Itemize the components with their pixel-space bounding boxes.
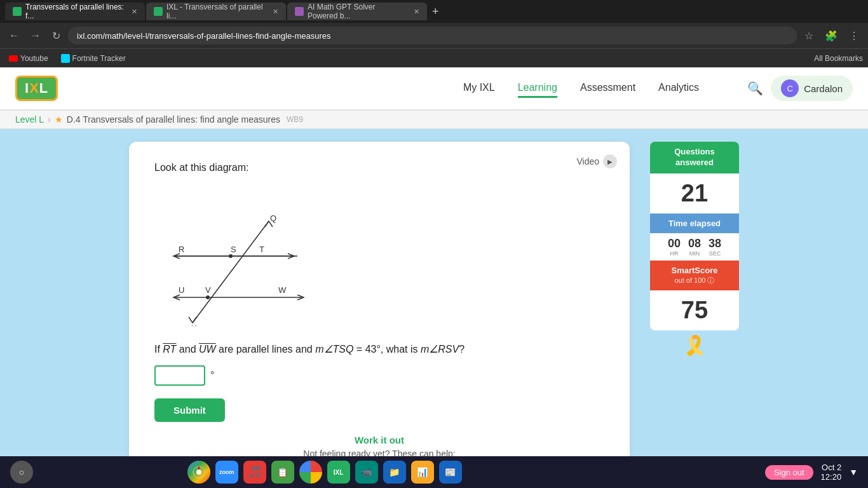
angle-rsv: m∠RSV — [421, 344, 459, 355]
bookmarks-bar: Youtube Fortnite Tracker All Bookmarks — [0, 48, 868, 67]
questions-answered-header: Questions answered — [650, 142, 739, 173]
tab-1[interactable]: Transversals of parallel lines: f... ✕ — [5, 3, 145, 20]
fortnite-favicon — [61, 54, 70, 63]
time-minutes: 08 MIN — [686, 237, 703, 257]
taskbar-ixl-icon[interactable]: IXL — [327, 461, 350, 484]
tab-1-label: Transversals of parallel lines: f... — [25, 3, 125, 20]
diagram-container: R S T U V W — [154, 186, 604, 329]
uw-line: UW — [199, 344, 216, 355]
youtube-favicon — [9, 55, 18, 62]
fortnite-label: Fortnite Tracker — [72, 54, 126, 63]
tab-2-close[interactable]: ✕ — [273, 8, 278, 16]
search-button[interactable]: 🔍 — [747, 81, 763, 96]
new-tab-button[interactable]: + — [428, 5, 443, 18]
user-menu-button[interactable]: C Cardalon — [771, 76, 853, 101]
taskbar-date: Oct 2 — [821, 463, 842, 472]
sign-out-button[interactable]: Sign out — [765, 465, 813, 480]
taskbar-meet-icon[interactable]: 📹 — [355, 461, 378, 484]
tab-2-label: IXL - Transversals of parallel li... — [166, 3, 266, 20]
header-right: 🔍 C Cardalon — [747, 76, 853, 101]
question-card: Video ▶ Look at this diagram: R — [129, 142, 630, 488]
work-it-out-section: Work it out Not feeling ready yet? These… — [154, 435, 604, 459]
work-it-out-link[interactable]: Work it out — [355, 435, 404, 445]
answer-row: ° — [154, 365, 604, 386]
questions-answered-value: 21 — [650, 173, 739, 214]
taskbar-app8-icon[interactable]: 📁 — [383, 461, 406, 484]
username-label: Cardalon — [804, 83, 843, 94]
bookmark-fortnite[interactable]: Fortnite Tracker — [57, 53, 130, 64]
browser-chrome: Transversals of parallel lines: f... ✕ I… — [0, 0, 868, 67]
taskbar-news-icon[interactable]: 📰 — [439, 461, 462, 484]
bookmark-star[interactable]: ☆ — [801, 27, 817, 44]
ribbon-icon: 🎗️ — [650, 330, 739, 360]
tab-3-favicon — [295, 7, 304, 16]
submit-button[interactable]: Submit — [154, 398, 225, 422]
svg-text:W: W — [278, 285, 287, 295]
taskbar-time-value: 12:20 — [821, 472, 842, 482]
video-button[interactable]: Video ▶ — [576, 154, 617, 168]
tab-bar: Transversals of parallel lines: f... ✕ I… — [0, 0, 868, 23]
stats-panel: Questions answered 21 Time elapsed 00 HR… — [650, 142, 739, 488]
smart-score-sub: out of 100 ⓘ — [675, 276, 715, 284]
breadcrumb-level[interactable]: Level L — [15, 114, 44, 125]
time-elapsed-display: 00 HR 08 MIN 38 SEC — [650, 233, 739, 261]
time-hr-value: 00 — [665, 237, 683, 250]
menu-button[interactable]: ⋮ — [845, 27, 863, 44]
bookmark-youtube[interactable]: Youtube — [5, 53, 52, 64]
taskbar-chromebook-icon[interactable] — [187, 461, 210, 484]
svg-point-13 — [229, 254, 233, 258]
time-sec-label: SEC — [706, 250, 724, 257]
problem-text: If RT and UW are parallel lines and m∠TS… — [154, 341, 604, 358]
ixl-header: IXL My IXL Learning Assessment Analytics… — [0, 67, 868, 111]
reload-button[interactable]: ↻ — [48, 27, 64, 44]
answer-input[interactable] — [154, 365, 205, 386]
breadcrumb-star[interactable]: ★ — [55, 114, 63, 125]
nav-assessment[interactable]: Assessment — [580, 79, 635, 98]
tab-3-label: AI Math GPT Solver Powered b... — [308, 3, 407, 20]
main-content: Video ▶ Look at this diagram: R — [0, 129, 868, 488]
taskbar-circle[interactable]: ○ — [10, 461, 33, 484]
tab-3[interactable]: AI Math GPT Solver Powered b... ✕ — [287, 3, 427, 20]
tab-3-close[interactable]: ✕ — [414, 8, 419, 16]
time-hours: 00 HR — [665, 237, 683, 257]
time-hr-label: HR — [665, 250, 683, 257]
all-bookmarks[interactable]: All Bookmarks — [814, 54, 863, 63]
nav-myixl[interactable]: My IXL — [463, 79, 495, 98]
taskbar-classroom-icon[interactable]: 📋 — [271, 461, 294, 484]
network-icon: ▼ — [849, 467, 858, 477]
video-label: Video — [576, 156, 599, 166]
browser-controls: ← → ↻ ☆ 🧩 ⋮ — [0, 23, 868, 48]
svg-point-14 — [206, 295, 210, 299]
taskbar-date-time: Oct 2 12:20 — [821, 463, 842, 482]
taskbar-zoom-icon[interactable]: zoom — [215, 461, 238, 484]
taskbar-right: Sign out Oct 2 12:20 ▼ — [765, 463, 858, 482]
rt-line: RT — [163, 344, 176, 355]
time-elapsed-header: Time elapsed — [650, 214, 739, 233]
back-button[interactable]: ← — [5, 27, 23, 44]
geometry-diagram: R S T U V W — [154, 186, 396, 326]
smart-score-value: 75 — [650, 290, 739, 330]
ixl-logo[interactable]: IXL — [15, 76, 58, 101]
taskbar-app3-icon[interactable]: 🎵 — [243, 461, 266, 484]
tab-1-close[interactable]: ✕ — [132, 8, 137, 16]
svg-text:V: V — [205, 285, 211, 295]
svg-text:S: S — [231, 245, 236, 254]
forward-button[interactable]: → — [27, 27, 44, 44]
taskbar-apps: zoom 🎵 📋 IXL 📹 📁 📊 📰 — [187, 461, 462, 484]
taskbar-slides-icon[interactable]: 📊 — [411, 461, 434, 484]
nav-analytics[interactable]: Analytics — [658, 79, 699, 98]
taskbar-chrome-icon[interactable] — [299, 461, 322, 484]
svg-text:X: X — [191, 323, 197, 326]
breadcrumb-title: D.4 Transversals of parallel lines: find… — [67, 114, 280, 125]
address-bar[interactable] — [68, 27, 797, 44]
degree-symbol: ° — [210, 370, 214, 381]
extensions-button[interactable]: 🧩 — [821, 27, 841, 44]
time-min-value: 08 — [686, 237, 703, 250]
nav-learning[interactable]: Learning — [518, 79, 557, 98]
time-sec-value: 38 — [706, 237, 724, 250]
video-play-icon: ▶ — [603, 154, 617, 168]
svg-text:R: R — [179, 245, 184, 254]
smart-score-header: SmartScore out of 100 ⓘ — [650, 261, 739, 290]
tab-2[interactable]: IXL - Transversals of parallel li... ✕ — [146, 3, 286, 20]
smart-score-label: SmartScore — [672, 266, 718, 275]
